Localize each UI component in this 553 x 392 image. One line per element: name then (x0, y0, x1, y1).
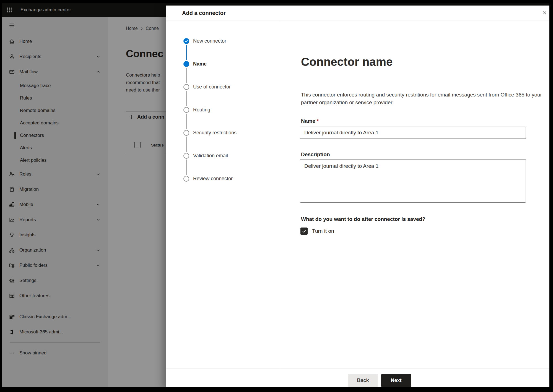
modal-footer: Back Next (166, 369, 549, 387)
add-connector-modal: Add a connector New connectorNameUse of … (166, 6, 549, 387)
step-description: This connector enforces routing and secu… (301, 91, 542, 106)
wizard-step-security-restrictions[interactable]: Security restrictions (193, 130, 237, 136)
turn-it-on-checkbox-row[interactable]: Turn it on (300, 228, 334, 235)
name-field-label: Name* (301, 118, 319, 124)
wizard-step-validation-email[interactable]: Validation email (193, 153, 228, 159)
wizard-step-routing[interactable]: Routing (193, 107, 210, 113)
modal-content: Connector name This connector enforces r… (280, 20, 549, 369)
modal-header: Add a connector (166, 6, 549, 20)
turn-it-on-label: Turn it on (312, 228, 334, 234)
step-connector-line (186, 160, 187, 175)
step-indicator-upcoming[interactable] (183, 107, 189, 113)
wizard-step-name[interactable]: Name (193, 61, 207, 67)
wizard-steps: New connectorNameUse of connectorRouting… (166, 20, 280, 369)
step-indicator-upcoming[interactable] (183, 153, 189, 159)
close-button[interactable] (539, 7, 549, 18)
description-field-label: Description (301, 151, 330, 158)
close-icon (542, 10, 547, 16)
next-button[interactable]: Next (381, 374, 411, 387)
app-window: Exchange admin center HomeRecipientsMail… (2, 3, 549, 387)
back-button[interactable]: Back (348, 374, 378, 387)
checkmark-icon (302, 229, 307, 234)
modal-title: Add a connector (182, 6, 226, 20)
wizard-step-use-of-connector[interactable]: Use of connector (193, 84, 231, 90)
step-indicator-upcoming[interactable] (183, 130, 189, 136)
step-connector-line (186, 68, 187, 83)
step-indicator-complete-check[interactable] (183, 38, 189, 44)
step-indicator-upcoming[interactable] (183, 84, 189, 90)
after-save-question: What do you want to do after connector i… (301, 216, 425, 222)
step-connector-line (186, 137, 187, 152)
wizard-step-review-connector[interactable]: Review connector (193, 176, 233, 182)
turn-it-on-checkbox[interactable] (300, 228, 308, 235)
wizard-step-new-connector[interactable]: New connector (193, 38, 226, 44)
step-connector-line (186, 114, 187, 129)
step-indicator-upcoming[interactable] (183, 176, 189, 182)
step-connector-line (186, 45, 187, 60)
step-indicator-current[interactable] (183, 61, 189, 67)
required-marker: * (317, 118, 319, 124)
step-connector-line (186, 91, 187, 106)
name-input[interactable] (300, 127, 526, 139)
step-heading: Connector name (301, 55, 393, 69)
description-textarea[interactable]: Deliver journal directly to Area 1 (300, 159, 526, 203)
